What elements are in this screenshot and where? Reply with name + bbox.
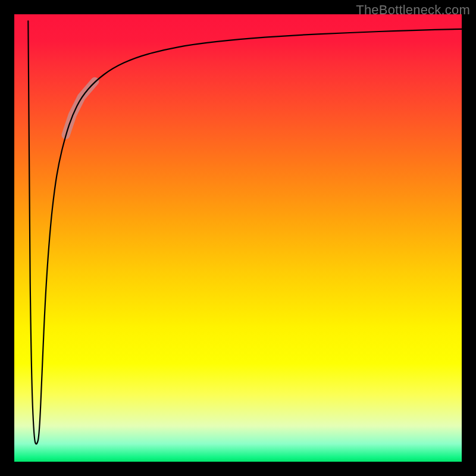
bottleneck-curve [28, 21, 462, 444]
plot-area [14, 14, 462, 462]
attribution-text: TheBottleneck.com [356, 2, 470, 18]
chart-container: TheBottleneck.com [0, 0, 476, 476]
curve-layer [14, 14, 462, 462]
curve-highlight-segment [66, 82, 95, 135]
